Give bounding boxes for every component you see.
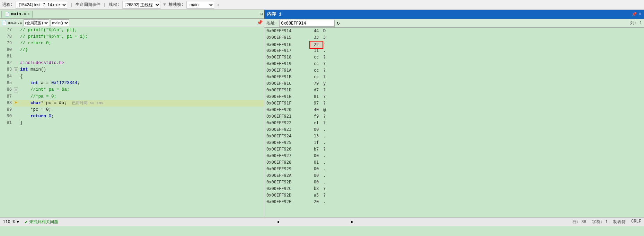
memory-close-icon[interactable]: × — [639, 12, 641, 17]
code-line-78: 78// printf("%p\n", pi + 1); — [0, 34, 264, 40]
refresh-btn[interactable]: ↻ — [337, 20, 339, 26]
code-line-91: 91} — [0, 120, 264, 126]
mem-hex-cell: 01 — [309, 159, 323, 166]
editor-expand-btn[interactable]: ⊡ — [260, 11, 263, 17]
line-code — [19, 53, 264, 60]
scroll-track[interactable]: ◄ ► — [64, 220, 567, 225]
mem-addr-cell: 0x00EFF91C — [264, 80, 309, 87]
mem-addr-cell: 0x00EFF92C — [264, 185, 309, 192]
line-number: 88 — [0, 100, 12, 107]
mem-hex-cell: 00 — [309, 153, 323, 159]
memory-row: 0x00EFF92801. — [264, 159, 644, 166]
mem-hex-cell: 00 — [309, 172, 323, 179]
mem-hex-cell: f9 — [309, 113, 323, 120]
mem-char-cell: . — [323, 172, 337, 179]
mem-addr-cell: 0x00EFF91B — [264, 74, 309, 80]
mem-hex-cell: 1f — [309, 139, 323, 146]
mem-hex-cell: a5 — [309, 192, 323, 199]
mem-addr-cell: 0x00EFF926 — [264, 146, 309, 153]
memory-row: 0x00EFF91Bcc? — [264, 74, 644, 80]
comment: // printf("%p\n", pi + 1); — [20, 34, 88, 39]
code-line-88: 88➤ char* pc = &a; 已用时间 <= 1ms — [0, 100, 264, 107]
scroll-left-btn[interactable]: ◄ — [277, 220, 279, 225]
line-code: //} — [19, 47, 264, 53]
mem-char-cell: . — [323, 159, 337, 166]
function-select[interactable]: main() — [51, 19, 69, 26]
code-text: main() — [28, 67, 46, 72]
line-marker — [12, 47, 19, 53]
mem-hex-cell: cc — [309, 61, 323, 67]
memory-row: 0x00EFF922ef? — [264, 120, 644, 126]
line-code: // return 0; — [19, 40, 264, 47]
mem-hex-cell: b8 — [309, 185, 323, 192]
preprocessor: #include<stdio.h> — [20, 61, 64, 65]
line-code: return 0; — [19, 113, 264, 120]
thread-select[interactable]: [26892] 主线程 — [122, 1, 160, 9]
semi2: ; — [51, 114, 54, 119]
mem-addr-cell: 0x00EFF92A — [264, 172, 309, 179]
tab-close-btn[interactable]: × — [27, 12, 29, 16]
stackframe-select[interactable]: main — [186, 1, 214, 9]
mem-addr-cell: 0x00EFF924 — [264, 133, 309, 139]
memory-row: 0x00EFF926b7? — [264, 146, 644, 153]
mem-hex-cell: 81 — [309, 93, 323, 100]
process-label: 进程: — [2, 2, 13, 8]
memory-row: 0x00EFF918cc? — [264, 54, 644, 61]
editor-panel: 📄 main.c × ⊡ 📄 main.c (全局范围) main() 📌 77… — [0, 10, 264, 217]
toolbar-sep1: | — [70, 2, 73, 7]
memory-row: 0x00EFF91Acc? — [264, 67, 644, 74]
comment3: //*pa = 0; — [30, 94, 56, 99]
mem-addr-cell: 0x00EFF928 — [264, 159, 309, 166]
line-number: 85 — [0, 80, 12, 87]
scope-select[interactable]: (全局范围) — [24, 19, 49, 26]
code-table: 77// printf("%p\n", pi);78// printf("%p\… — [0, 27, 264, 126]
memory-content[interactable]: 0x00EFF91444D0x00EFF9153330x00EFF91622"0… — [264, 28, 644, 217]
line-code: int main() — [19, 66, 264, 73]
memory-row: 0x00EFF92413. — [264, 133, 644, 139]
line-code: //int* pa = &a; — [19, 87, 264, 93]
mem-addr-cell: 0x00EFF91F — [264, 100, 309, 107]
col-info: 字符: 1 — [592, 219, 608, 225]
mem-char-cell: . — [323, 139, 337, 146]
scroll-right-btn[interactable]: ► — [351, 220, 353, 225]
mem-char-cell: . — [323, 166, 337, 172]
mem-char-cell: . — [323, 126, 337, 133]
line-code: // printf("%p\n", pi); — [19, 27, 264, 34]
addr-input[interactable] — [279, 20, 335, 27]
mem-hex-cell: ef — [309, 120, 323, 126]
mem-addr-cell: 0x00EFF92B — [264, 179, 309, 185]
mem-hex-cell: 00 — [309, 126, 323, 133]
editor-tabs: 📄 main.c × ⊡ — [0, 10, 264, 19]
mem-addr-cell: 0x00EFF92E — [264, 199, 309, 205]
line-marker — [12, 40, 19, 47]
memory-row: 0x00EFF91C79y — [264, 80, 644, 87]
memory-addr-bar: 地址: ↻ 列: 1 — [264, 19, 644, 28]
main-c-tab[interactable]: 📄 main.c × — [1, 11, 33, 18]
code-area[interactable]: 77// printf("%p\n", pi);78// printf("%p\… — [0, 27, 264, 217]
memory-row: 0x00EFF92900. — [264, 166, 644, 172]
memory-pin-icon[interactable]: 📌 — [632, 12, 637, 17]
file-icon: 📄 — [5, 12, 10, 17]
process-select[interactable]: [15424] test_7_14.exe — [16, 1, 67, 9]
editor-pin-btn[interactable]: 📌 — [257, 20, 263, 26]
mem-char-cell: . — [323, 179, 337, 185]
execution-arrow: ➤ — [14, 100, 18, 106]
line-code: // printf("%p\n", pi + 1); — [19, 34, 264, 40]
line-number: 83 — [0, 66, 12, 73]
zoom-down-btn[interactable]: ▼ — [17, 220, 19, 225]
mem-char-cell: ? — [323, 120, 337, 126]
lifecycle-btn[interactable]: 生命周期事件 — [76, 2, 100, 8]
code-line-87: 87 //*pa = 0; — [0, 93, 264, 100]
memory-row: 0x00EFF91711. — [264, 47, 644, 54]
zoom-control[interactable]: 110 % ▼ — [3, 220, 19, 225]
editor-toolbar: 📄 main.c (全局范围) main() 📌 — [0, 19, 264, 27]
line-code: #include<stdio.h> — [19, 60, 264, 66]
code-line-80: 80//} — [0, 47, 264, 53]
deref-code: *pc = 0; — [30, 107, 51, 112]
mem-char-cell: D — [323, 28, 337, 34]
code-line-86: 86⊞ //int* pa = &a; — [0, 87, 264, 93]
status-icon: ✔ — [25, 219, 27, 225]
line-marker — [12, 60, 19, 66]
expand-icon[interactable]: ⊞ — [14, 88, 18, 92]
collapse-icon[interactable]: ⊟ — [14, 67, 18, 72]
